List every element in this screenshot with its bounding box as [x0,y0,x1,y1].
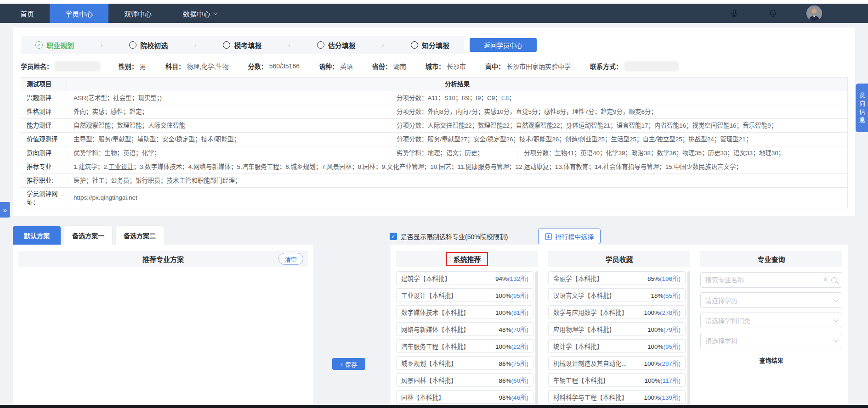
major-list-item[interactable]: 工业设计【本科批】100%(95所) [396,288,533,302]
student-info-row: 学员姓名： 性别：男 科目：物理,化学,生物 分数：560/35166 语种：英… [21,61,847,71]
double-chevron-right-icon: » [3,206,7,214]
chevron-down-icon [834,337,839,342]
major-list-item[interactable]: 汽车服务工程【本科批】100%(22所) [396,339,533,353]
plan-tabs: 默认方案 备选方案一 备选方案二 [13,226,164,245]
chevron-left-icon: ‹ [340,361,342,368]
major-list-item[interactable]: 网络与新媒体【本科批】48%(70所) [396,322,533,336]
chevron-down-icon [834,317,839,322]
microphone-icon[interactable] [729,8,739,18]
assessment-table: 测试项目 分析结果 兴趣测评 ASR(艺术型；社会型；现实型；) 分项分数：A1… [21,77,848,208]
table-row-personality: 性格测评 外向；实感；感性；趋定； 分项分数：外向8分，内向7分；实感10分，直… [21,105,847,119]
major-list-item[interactable]: 建筑学【本科批】94%(132所) [396,271,533,285]
ranking-chart-icon [545,233,552,240]
nav-item-teacher-center[interactable]: 双师中心 [108,4,167,23]
restricted-majors-checkbox[interactable]: ✓ [390,233,397,240]
step-career-planning[interactable]: ✓ 职业规划 [35,40,74,50]
step-check-icon: ✓ [35,41,43,49]
tab-alternative-plan-1[interactable]: 备选方案一 [64,226,112,245]
scrollbar[interactable] [687,271,690,408]
assessment-url: https://px.qingtingai.net [67,188,847,208]
major-list-item[interactable]: 城乡规划【本科批】86%(75所) [396,356,533,370]
major-list-item[interactable]: 金融学【本科批】85%(196所) [548,271,686,285]
recommended-majors-text: 1.建筑学；2.工业设计；3.数字媒体技术；4.网络与新媒体；5.汽车服务工程；… [67,160,847,173]
redacted-value [56,62,99,70]
table-row-interest: 兴趣测评 ASR(艺术型；社会型；现实型；) 分项分数：A11；S10；R9；I… [21,91,847,105]
table-row-assessment-url: 学员测评网址： https://px.qingtingai.net [21,188,847,208]
major-list-item[interactable]: 数学与应用数学【本科批】100%(278所) [548,305,686,319]
step-separator-icon: › [194,41,197,49]
favorites-list: 金融学【本科批】85%(196所) 汉语言文学【本科批】18%(55所) 数学与… [548,271,690,408]
nav-item-data-center[interactable]: 数据中心 [167,4,232,23]
table-row-recommended-majors: 推荐专业 1.建筑学；2.工业设计；3.数字媒体技术；4.网络与新媒体；5.汽车… [21,160,847,174]
progress-steps: ✓ 职业规划 › 院校初选 › 模考填报 › 估分填报 › 知分填报 [21,36,464,54]
step-known-score[interactable]: 知分填报 [411,40,449,50]
field-gender: 性别：男 [119,61,146,71]
major-list-item[interactable]: 材料科学与工程【本科批】100%(139所) [548,390,686,404]
recommended-plan-panel: 推荐专业方案 清空 [13,245,313,408]
column-header: 分析结果 [67,78,847,91]
search-icon[interactable] [831,277,837,283]
discipline-select[interactable]: 请选择学科 [700,333,842,348]
system-recommend-list: 建筑学【本科批】94%(132所) 工业设计【本科批】100%(95所) 数字媒… [396,271,538,408]
step-circle-icon [411,41,418,49]
table-header-row: 测试项目 分析结果 [21,78,847,91]
chevron-down-icon [213,11,218,15]
major-query-column: 专业查询 × 请选择学历 请选择学科门类 请选择学科 查询结果 [700,251,842,408]
check-icon: ✓ [391,233,396,240]
table-row-intention: 意向测评 优势学科：生物；英语；化学； 劣势学科：地理；语文；历史； 分项分数：… [21,146,847,160]
scrollbar[interactable] [535,271,538,408]
field-contact: 联系方式： [590,61,678,71]
major-list-item[interactable]: 园林【本科批】98%(46所) [396,390,533,404]
major-list-item[interactable]: 应用物理学【本科批】100%(79所) [548,322,686,336]
table-row-recommended-jobs: 推荐职业: 医护；社工；公务员；银行职员；技术主管和职能部门经理； [21,174,847,188]
clear-search-icon[interactable]: × [823,276,828,284]
major-list-item[interactable]: 风景园林【本科批】86%(60所) [396,373,533,387]
navbar-actions [729,4,868,23]
select-from-ranking-button[interactable]: 排行榜中选择 [538,229,601,244]
tab-alternative-plan-2[interactable]: 备选方案二 [116,226,164,245]
bottom-edge-strip [0,405,868,408]
system-recommend-column: 系统推荐 建筑学【本科批】94%(132所) 工业设计【本科批】100%(95所… [396,251,538,408]
field-student-name: 学员姓名： [21,61,99,71]
step-circle-icon [129,41,136,49]
tab-default-plan[interactable]: 默认方案 [13,226,61,245]
step-mock-application[interactable]: 模考填报 [223,40,261,50]
user-avatar[interactable] [806,6,822,21]
nav-item-student-center[interactable]: 学员中心 [50,4,108,23]
step-separator-icon: › [101,41,103,49]
profile-card: ✓ 职业规划 › 院校初选 › 模考填报 › 估分填报 › 知分填报 返回学员中… [13,28,855,216]
discipline-category-select[interactable]: 请选择学科门类 [700,313,842,328]
majors-panel: 系统推荐 建筑学【本科批】94%(132所) 工业设计【本科批】100%(95所… [391,245,848,408]
major-search-input[interactable] [705,276,820,284]
major-list-item[interactable]: 车辆工程【本科批】100%(117所) [548,373,686,387]
chevron-down-icon [834,297,839,302]
browser-top-strip [0,0,868,4]
table-row-ability: 能力测评 自然观察智能；数理智能；人际交往智能 分项分数：人际交往智能22；数理… [21,119,847,133]
clear-button[interactable]: 清空 [278,253,303,265]
major-query-header: 专业查询 [700,251,842,267]
underlined-major[interactable]: 工业设计 [109,163,134,170]
step-college-preselect[interactable]: 院校初选 [129,40,168,50]
major-search-box: × [700,272,842,288]
column-header: 测试项目 [21,78,67,91]
top-navbar: 首页 学员中心 双师中心 数据中心 [0,4,868,23]
major-list-item[interactable]: 汉语言文学【本科批】18%(55所) [548,288,686,302]
recommended-plan-header: 推荐专业方案 清空 [18,251,308,267]
panel-title: 推荐专业方案 [142,254,184,264]
save-button[interactable]: ‹ 保存 [332,358,365,370]
bell-icon[interactable] [768,8,778,18]
checkbox-label: 是否显示限制选科专业(50%院校限制) [401,232,508,241]
field-province: 省份：湖南 [372,61,406,71]
redacted-value [625,62,678,70]
major-list-item[interactable]: 统计学【本科批】100%(95所) [548,339,686,353]
step-estimated-score[interactable]: 估分填报 [317,40,356,50]
major-list-item[interactable]: 数字媒体技术【本科批】100%(81所) [396,305,533,319]
left-expander-tab[interactable]: » [0,202,10,218]
step-separator-icon: › [288,41,290,49]
major-list-item[interactable]: 机械设计制造及其自动化...100%(297所) [548,356,686,370]
favorites-column: 学员收藏 金融学【本科批】85%(196所) 汉语言文学【本科批】18%(55所… [548,251,690,408]
nav-item-home[interactable]: 首页 [5,4,50,23]
intention-info-side-tab[interactable]: 意向信息 [856,84,868,132]
education-level-select[interactable]: 请选择学历 [700,292,842,308]
return-student-center-button[interactable]: 返回学员中心 [470,38,537,52]
